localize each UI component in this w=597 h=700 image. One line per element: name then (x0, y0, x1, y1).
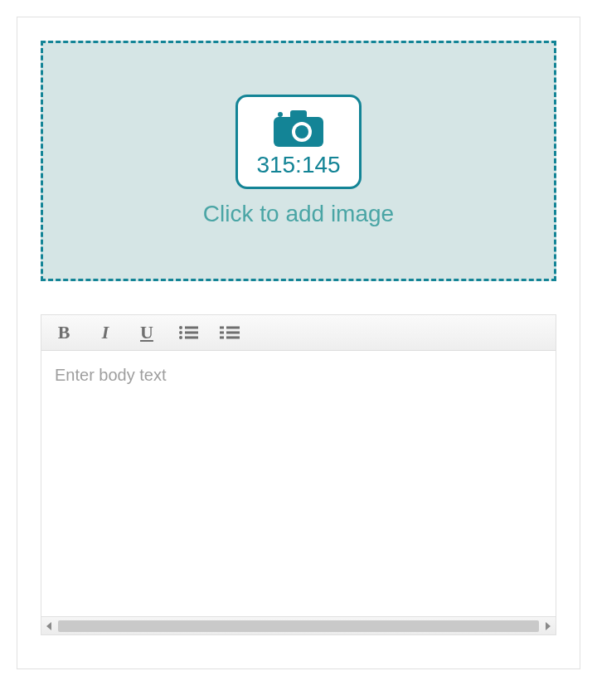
svg-rect-1 (290, 110, 307, 120)
editor-toolbar: B I U (41, 315, 556, 351)
ordered-list-button[interactable] (177, 322, 199, 343)
svg-rect-11 (220, 327, 224, 329)
horizontal-scrollbar[interactable] (41, 616, 556, 634)
image-dropzone[interactable]: 315:145 Click to add image (41, 41, 556, 281)
svg-point-5 (179, 326, 182, 329)
svg-rect-10 (185, 337, 198, 339)
scroll-left-arrow[interactable] (46, 622, 51, 630)
rich-text-editor: B I U (41, 314, 556, 635)
content-panel: 315:145 Click to add image B I U (17, 17, 580, 669)
unordered-list-button[interactable] (219, 322, 240, 343)
bold-button[interactable]: B (53, 322, 75, 343)
italic-button[interactable]: I (95, 322, 116, 343)
image-ratio-label: 315:145 (256, 152, 340, 178)
svg-rect-16 (226, 337, 240, 339)
svg-point-6 (179, 331, 182, 334)
image-placeholder-box: 315:145 (235, 95, 361, 189)
scroll-track[interactable] (58, 620, 539, 632)
svg-rect-12 (220, 332, 224, 334)
svg-rect-8 (185, 327, 198, 329)
editor-textarea[interactable]: Enter body text (41, 351, 556, 616)
svg-rect-14 (226, 327, 240, 329)
svg-point-2 (278, 112, 283, 117)
camera-icon (272, 109, 325, 148)
dropzone-prompt: Click to add image (203, 201, 394, 227)
underline-button[interactable]: U (136, 322, 158, 343)
svg-rect-13 (220, 337, 224, 339)
svg-rect-9 (185, 332, 198, 334)
svg-point-7 (179, 336, 182, 339)
scroll-right-arrow[interactable] (546, 622, 551, 630)
svg-rect-15 (226, 332, 240, 334)
svg-point-4 (295, 125, 308, 139)
